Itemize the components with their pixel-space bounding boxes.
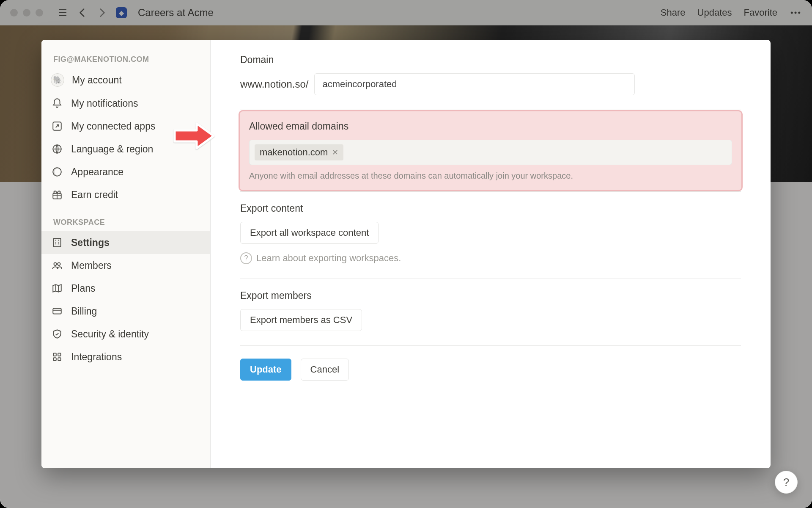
section-export-members: Export members Export members as CSV [240,279,741,346]
sidebar-item-label: Earn credit [71,189,118,201]
help-icon: ? [240,252,252,264]
sidebar-item-label: Integrations [71,351,122,363]
sidebar-item-label: Security & identity [71,329,149,340]
sidebar-item-label: Settings [71,237,110,248]
svg-rect-15 [58,353,61,356]
avatar-icon: 🐘 [51,73,64,87]
members-icon [51,259,63,272]
settings-sidebar: FIG@MAKENOTION.COM 🐘 My account My notif… [41,40,211,468]
svg-rect-14 [53,353,56,356]
sidebar-item-label: Appearance [71,166,123,178]
domain-chip[interactable]: makenotion.com ✕ [255,144,343,160]
help-fab-label: ? [783,476,789,489]
sidebar-account-header: FIG@MAKENOTION.COM [41,51,210,68]
allowed-domains-input[interactable]: makenotion.com ✕ [249,140,732,165]
learn-export-link[interactable]: ? Learn about exporting workspaces. [240,252,741,264]
update-button[interactable]: Update [240,359,291,381]
sidebar-workspace-header: WORKSPACE [41,214,210,231]
external-link-icon [51,120,63,133]
remove-chip-icon[interactable]: ✕ [332,148,338,157]
sidebar-item-billing[interactable]: Billing [41,300,210,323]
sidebar-item-label: Plans [71,283,96,294]
help-fab[interactable]: ? [775,471,798,494]
shield-icon [51,328,63,340]
sidebar-item-label: Language & region [71,144,153,155]
section-title-allowed-domains: Allowed email domains [249,121,732,132]
svg-rect-10 [53,238,60,247]
section-export-content: Export content Export all workspace cont… [240,192,741,279]
sidebar-item-label: My account [72,75,122,86]
grid-icon [51,351,63,363]
sidebar-item-appearance[interactable]: Appearance [41,160,210,183]
sidebar-item-settings[interactable]: Settings [41,231,210,254]
allowed-email-domains-highlight: Allowed email domains makenotion.com ✕ A… [239,110,743,191]
sidebar-item-label: Members [71,260,112,271]
export-members-button[interactable]: Export members as CSV [240,309,362,331]
sidebar-item-my-account[interactable]: 🐘 My account [41,68,210,92]
sidebar-item-members[interactable]: Members [41,254,210,277]
building-icon [51,236,63,249]
bell-icon [51,97,63,110]
sidebar-item-language-region[interactable]: Language & region [41,138,210,160]
svg-point-11 [54,263,57,266]
sidebar-item-plans[interactable]: Plans [41,277,210,300]
svg-point-12 [58,263,60,266]
credit-card-icon [51,305,63,318]
domain-chip-label: makenotion.com [260,147,328,158]
sidebar-item-security[interactable]: Security & identity [41,323,210,345]
section-domain: Domain www.notion.so/ [240,54,741,110]
domain-prefix: www.notion.so/ [240,78,308,90]
map-icon [51,282,63,295]
section-title-export-members: Export members [240,290,741,301]
settings-footer: Update Cancel [240,359,741,381]
section-title-domain: Domain [240,54,741,66]
svg-rect-17 [58,358,61,361]
sidebar-item-connected-apps[interactable]: My connected apps [41,115,210,138]
learn-export-label: Learn about exporting workspaces. [256,253,401,264]
sidebar-item-earn-credit[interactable]: Earn credit [41,183,210,206]
sidebar-item-label: My connected apps [71,121,155,132]
allowed-domains-hint: Anyone with email addresses at these dom… [249,171,732,181]
gift-icon [51,188,63,201]
settings-modal: FIG@MAKENOTION.COM 🐘 My account My notif… [41,40,771,468]
export-workspace-button[interactable]: Export all workspace content [240,222,379,244]
sidebar-item-my-notifications[interactable]: My notifications [41,92,210,115]
svg-rect-16 [53,358,56,361]
sidebar-item-label: My notifications [71,98,138,109]
sidebar-item-label: Billing [71,306,97,317]
domain-input[interactable] [314,73,635,95]
globe-icon [51,143,63,155]
moon-icon [51,166,63,178]
cancel-button[interactable]: Cancel [301,359,349,381]
svg-rect-13 [53,309,61,314]
sidebar-item-integrations[interactable]: Integrations [41,345,210,368]
settings-content: Domain www.notion.so/ Allowed email doma… [211,40,771,468]
section-title-export-content: Export content [240,203,741,214]
